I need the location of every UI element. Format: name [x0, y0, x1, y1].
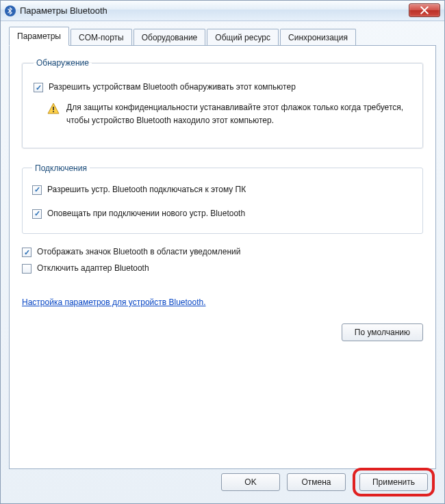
- content-area: Параметры COM-порты Оборудование Общий р…: [1, 21, 444, 469]
- close-button[interactable]: [409, 3, 440, 17]
- group-discovery: Обнаружение Разрешить устройствам Blueto…: [22, 58, 423, 148]
- tab-panel-options: Обнаружение Разрешить устройствам Blueto…: [9, 45, 436, 469]
- svg-rect-1: [53, 107, 54, 110]
- tab-hardware[interactable]: Оборудование: [134, 29, 206, 47]
- checkbox-allow-discovery[interactable]: [34, 83, 43, 92]
- tab-sharing[interactable]: Общий ресурс: [207, 29, 279, 47]
- label-disable-adapter: Отключить адаптер Bluetooth: [37, 263, 149, 274]
- titlebar: Параметры Bluetooth: [1, 1, 444, 21]
- svg-rect-2: [53, 111, 54, 113]
- checkbox-notify-new-device[interactable]: [32, 209, 42, 219]
- group-connections: Подключения Разрешить устр. Bluetooth по…: [22, 163, 423, 235]
- bluetooth-settings-window: Параметры Bluetooth Параметры COM-порты …: [0, 0, 445, 504]
- apply-button[interactable]: Применить: [359, 473, 428, 491]
- tab-sync[interactable]: Синхронизация: [280, 29, 356, 47]
- cancel-button[interactable]: Отмена: [287, 473, 346, 491]
- checkbox-show-tray-icon[interactable]: [22, 248, 31, 257]
- defaults-button[interactable]: По умолчанию: [342, 323, 423, 341]
- tabstrip: Параметры COM-порты Оборудование Общий р…: [9, 27, 436, 46]
- link-bluetooth-device-settings[interactable]: Настройка параметров для устройств Bluet…: [22, 297, 206, 307]
- checkbox-disable-adapter[interactable]: [22, 264, 31, 274]
- ok-button[interactable]: OK: [221, 473, 280, 491]
- window-title: Параметры Bluetooth: [20, 5, 107, 16]
- label-notify-new-device: Оповещать при подключении нового устр. B…: [47, 208, 245, 220]
- group-discovery-legend: Обнаружение: [34, 58, 92, 68]
- tab-com-ports[interactable]: COM-порты: [71, 29, 132, 47]
- label-allow-connect: Разрешить устр. Bluetooth подключаться к…: [47, 184, 246, 196]
- warning-icon: [47, 103, 60, 115]
- label-show-tray-icon: Отображать значок Bluetooth в области ув…: [37, 246, 240, 258]
- dialog-footer: OK Отмена Применить: [221, 468, 435, 496]
- apply-highlight: Применить: [353, 468, 435, 496]
- group-connections-legend: Подключения: [32, 163, 90, 173]
- checkbox-allow-connect[interactable]: [32, 185, 42, 195]
- label-allow-discovery: Разрешить устройствам Bluetooth обнаружи…: [49, 81, 296, 93]
- warning-text: Для защиты конфиденциальности устанавлив…: [66, 101, 411, 127]
- tab-options[interactable]: Параметры: [9, 27, 69, 46]
- bluetooth-icon: [5, 5, 16, 16]
